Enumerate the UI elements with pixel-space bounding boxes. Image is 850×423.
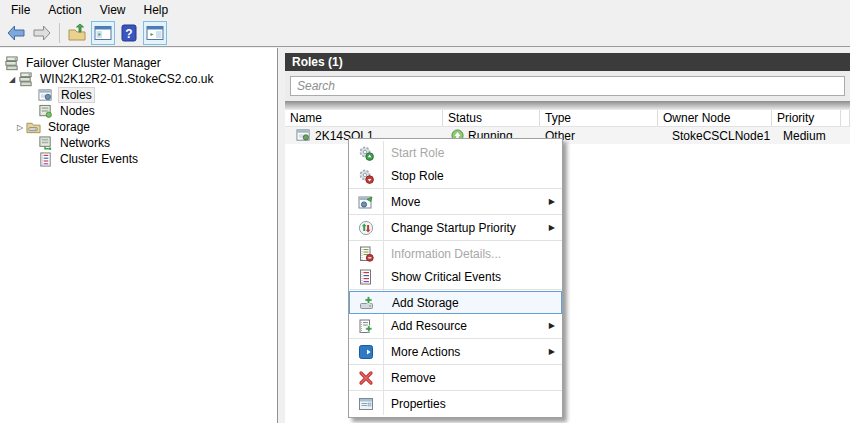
role-context-menu: Start Role Stop Role Move ▶ Change Start…: [348, 138, 563, 418]
menu-item-information-details: Information Details...: [349, 242, 562, 265]
tree-item-label: Failover Cluster Manager: [24, 56, 163, 70]
menu-item-change-startup-priority[interactable]: Change Startup Priority ▶: [349, 216, 562, 239]
menu-item-label: Show Critical Events: [391, 270, 501, 284]
menu-item-remove[interactable]: Remove: [349, 366, 562, 389]
menu-item-move[interactable]: Move ▶: [349, 190, 562, 213]
console-tree: Failover Cluster Manager ◢ WIN2K12R2-01.…: [0, 48, 278, 423]
column-header-priority[interactable]: Priority: [772, 110, 841, 126]
add-storage-icon: [350, 295, 384, 311]
cluster-events-icon: [38, 152, 54, 167]
menu-item-add-storage[interactable]: Add Storage: [349, 291, 562, 314]
show-action-pane-button[interactable]: [143, 21, 167, 45]
tree-item-networks[interactable]: Networks: [0, 135, 277, 151]
more-actions-icon: [349, 344, 383, 360]
forward-button[interactable]: [30, 21, 54, 45]
tree-item-label: Roles: [58, 87, 95, 103]
nodes-icon: [38, 104, 54, 119]
tree-item-label: Storage: [46, 120, 92, 134]
menu-view[interactable]: View: [91, 1, 135, 19]
tree-item-nodes[interactable]: Nodes: [0, 103, 277, 119]
up-level-icon: [67, 23, 87, 43]
change-startup-priority-icon: [349, 220, 383, 236]
menu-item-more-actions[interactable]: More Actions ▶: [349, 340, 562, 363]
cluster-manager-icon: [4, 56, 20, 71]
start-role-icon: [349, 145, 383, 161]
menu-file[interactable]: File: [2, 1, 39, 19]
move-icon: [349, 194, 383, 210]
tree-item-storage[interactable]: ▷ Storage: [0, 119, 277, 135]
help-button[interactable]: ?: [117, 21, 141, 45]
networks-icon: [38, 136, 54, 151]
role-priority: Medium: [783, 129, 826, 143]
menu-help[interactable]: Help: [135, 1, 178, 19]
cluster-icon: [18, 72, 34, 87]
menu-item-label: Information Details...: [391, 247, 501, 261]
menu-action[interactable]: Action: [39, 1, 90, 19]
tree-item-cluster[interactable]: ◢ WIN2K12R2-01.StokeCS2.co.uk: [0, 71, 277, 87]
add-resource-icon: [349, 318, 383, 334]
column-header-filler: [841, 110, 850, 126]
pane-title: Roles (1): [292, 55, 343, 69]
expander-expanded-icon[interactable]: ◢: [6, 75, 18, 84]
menu-item-label: Properties: [391, 397, 446, 411]
menu-separator: [349, 364, 562, 365]
toolbar-separator: [59, 23, 60, 43]
forward-icon: [32, 23, 52, 43]
role-owner-node: StokeCSCLNode1: [672, 129, 770, 143]
column-header-status[interactable]: Status: [443, 110, 540, 126]
menu-item-show-critical-events[interactable]: Show Critical Events: [349, 265, 562, 288]
submenu-arrow-icon: ▶: [549, 347, 555, 356]
submenu-arrow-icon: ▶: [549, 197, 555, 206]
role-icon: [296, 128, 311, 143]
submenu-arrow-icon: ▶: [549, 321, 555, 330]
search-input[interactable]: [290, 76, 845, 96]
menu-item-label: Remove: [391, 371, 436, 385]
menu-item-label: More Actions: [391, 345, 460, 359]
tree-item-label: Networks: [58, 136, 112, 150]
show-action-pane-icon: [146, 25, 164, 41]
show-console-tree-button[interactable]: [91, 21, 115, 45]
tree-item-failover-cluster-manager[interactable]: Failover Cluster Manager: [0, 55, 277, 71]
back-button[interactable]: [4, 21, 28, 45]
roles-icon: [38, 88, 54, 103]
role-priority-cell: Medium: [772, 129, 841, 143]
menu-separator: [349, 240, 562, 241]
up-level-button[interactable]: [65, 21, 89, 45]
storage-icon: [26, 120, 42, 135]
svg-text:?: ?: [125, 26, 132, 40]
menu-item-stop-role[interactable]: Stop Role: [349, 164, 562, 187]
menu-item-label: Add Storage: [392, 296, 459, 310]
tree-item-label: Nodes: [58, 104, 97, 118]
menu-separator: [349, 338, 562, 339]
menu-separator: [349, 214, 562, 215]
remove-icon: [349, 370, 383, 386]
search-row: [285, 71, 850, 101]
column-header-name[interactable]: Name: [285, 110, 443, 126]
tree-item-label: Cluster Events: [58, 152, 140, 166]
show-console-tree-icon: [94, 25, 112, 41]
tree-item-label: WIN2K12R2-01.StokeCS2.co.uk: [38, 72, 215, 86]
menu-item-properties[interactable]: Properties: [349, 392, 562, 415]
header-gradient-band: [285, 101, 850, 110]
expander-collapsed-icon[interactable]: ▷: [14, 123, 26, 132]
show-critical-events-icon: [349, 269, 383, 285]
menu-bar: File Action View Help: [0, 0, 850, 19]
stop-role-icon: [349, 168, 383, 184]
menu-item-label: Add Resource: [391, 319, 467, 333]
tree-item-cluster-events[interactable]: Cluster Events: [0, 151, 277, 167]
menu-separator: [349, 390, 562, 391]
help-icon: ?: [120, 24, 138, 42]
menu-separator: [349, 289, 562, 290]
role-owner-node-cell: StokeCSCLNode1: [658, 129, 772, 143]
menu-item-label: Move: [391, 195, 420, 209]
menu-item-label: Stop Role: [391, 169, 444, 183]
table-header: Name Status Type Owner Node Priority: [285, 110, 850, 127]
menu-separator: [349, 188, 562, 189]
column-header-type[interactable]: Type: [540, 110, 658, 126]
toolbar: ?: [0, 19, 850, 46]
menu-item-add-resource[interactable]: Add Resource ▶: [349, 314, 562, 337]
column-header-owner-node[interactable]: Owner Node: [658, 110, 772, 126]
pane-title-bar: Roles (1): [285, 53, 850, 71]
properties-icon: [349, 396, 383, 412]
tree-item-roles[interactable]: Roles: [0, 87, 277, 103]
